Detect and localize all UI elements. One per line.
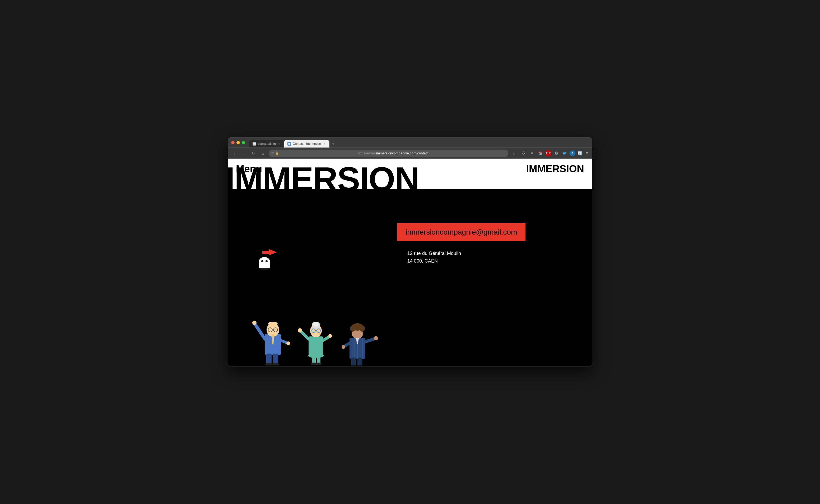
address-line1: 12 rue du Général Moulin <box>407 250 461 257</box>
tab-1-close[interactable]: ✕ <box>277 142 281 146</box>
svg-rect-57 <box>357 358 362 365</box>
email-button[interactable]: immersioncompagnie@gmail.com <box>397 223 525 241</box>
svg-line-52 <box>365 339 375 342</box>
extension-icon-2[interactable]: 🐦 <box>561 150 568 157</box>
ghost-character <box>255 242 281 272</box>
browser-menu-button[interactable]: ≡ <box>585 150 589 157</box>
reload-button[interactable]: ↻ <box>250 150 257 157</box>
svg-rect-0 <box>253 142 256 145</box>
address-text: https://www.immersioncompagnie.com/conta… <box>281 151 506 155</box>
address-bar[interactable]: 🛡 🔒 https://www.immersioncompagnie.com/c… <box>269 150 508 157</box>
svg-rect-20 <box>266 354 272 364</box>
address-domain: immersioncompagnie.com/contact <box>376 151 428 155</box>
download-icon[interactable]: ⬇ <box>528 150 536 157</box>
svg-point-36 <box>328 334 332 338</box>
svg-line-18 <box>281 340 288 343</box>
user-avatar[interactable]: 8 <box>569 150 575 156</box>
svg-point-53 <box>374 336 378 340</box>
svg-marker-2 <box>269 249 277 255</box>
svg-point-37 <box>308 353 324 358</box>
website-content: Menu IMMERSION IMMERSION immersioncompag… <box>228 159 592 367</box>
site-menu-label[interactable]: Menu <box>236 163 262 175</box>
svg-point-12 <box>268 322 278 326</box>
bottom-characters <box>249 313 387 367</box>
site-header: Menu IMMERSION IMMERSION <box>228 159 592 189</box>
svg-rect-25 <box>309 336 323 355</box>
back-button[interactable]: ‹ <box>231 150 238 157</box>
tab-2-label: Contact | Immersion <box>293 142 321 146</box>
svg-point-55 <box>342 345 345 349</box>
svg-point-34 <box>298 328 302 332</box>
tab-1-label: conrad allain <box>258 142 276 146</box>
svg-rect-56 <box>351 358 356 365</box>
bookmarks-icon[interactable]: 📚 <box>537 150 544 157</box>
svg-point-7 <box>261 260 264 262</box>
tab-1-icon <box>253 142 256 146</box>
extension-icon-3[interactable]: 🔄 <box>576 150 584 157</box>
svg-point-41 <box>316 363 322 365</box>
extension-icon-1[interactable]: ⚙ <box>553 150 560 157</box>
svg-rect-38 <box>312 354 316 364</box>
svg-line-16 <box>255 323 265 339</box>
site-main: immersioncompagnie@gmail.com 12 rue du G… <box>228 189 592 367</box>
firefox-sync-icon[interactable]: 🛡 <box>520 150 527 157</box>
address-scheme: https://www. <box>358 151 376 155</box>
svg-point-32 <box>312 333 320 337</box>
toolbar-icons: 🛡 ⬇ 📚 ABP ⚙ 🐦 8 🔄 ≡ <box>520 150 589 157</box>
traffic-lights <box>231 141 245 144</box>
tab-1[interactable]: conrad allain ✕ <box>250 140 284 148</box>
shield-icon: 🛡 <box>271 152 274 155</box>
svg-rect-21 <box>273 354 278 364</box>
close-button[interactable] <box>231 141 235 144</box>
tab-2-icon <box>288 142 291 146</box>
svg-point-9 <box>259 268 270 270</box>
svg-rect-3 <box>262 251 270 254</box>
tab-2[interactable]: Contact | Immersion ✕ <box>284 140 329 148</box>
svg-point-1 <box>288 143 290 145</box>
svg-rect-39 <box>317 354 321 364</box>
svg-point-19 <box>286 341 290 345</box>
tab-2-close[interactable]: ✕ <box>323 142 326 146</box>
svg-point-28 <box>313 322 319 327</box>
title-bar: conrad allain ✕ Contact | Immersion ✕ + <box>228 137 592 148</box>
home-button[interactable]: ⌂ <box>259 150 267 157</box>
security-icons: 🛡 🔒 <box>271 151 279 155</box>
svg-point-50 <box>350 325 355 332</box>
svg-line-35 <box>323 336 330 340</box>
minimize-button[interactable] <box>237 141 240 144</box>
address-bar-row: ‹ › ↻ ⌂ 🛡 🔒 https://www.immersioncompagn… <box>228 148 592 159</box>
address-line2: 14 000, CAEN <box>407 257 461 265</box>
tabs-area: conrad allain ✕ Contact | Immersion ✕ + <box>247 137 589 148</box>
svg-point-51 <box>360 325 365 332</box>
address-info: 12 rue du Général Moulin 14 000, CAEN <box>407 250 461 265</box>
svg-point-17 <box>252 321 257 325</box>
site-logo: IMMERSION <box>526 163 584 175</box>
browser-window: conrad allain ✕ Contact | Immersion ✕ + … <box>228 137 592 367</box>
forward-button[interactable]: › <box>240 150 248 157</box>
svg-point-8 <box>266 260 268 262</box>
bookmark-button[interactable]: ☆ <box>510 150 518 157</box>
svg-line-33 <box>301 331 309 339</box>
svg-line-54 <box>344 343 350 346</box>
lock-icon: 🔒 <box>275 151 279 155</box>
adblock-icon[interactable]: ABP <box>545 150 551 156</box>
maximize-button[interactable] <box>242 141 245 144</box>
new-tab-button[interactable]: + <box>329 140 337 148</box>
